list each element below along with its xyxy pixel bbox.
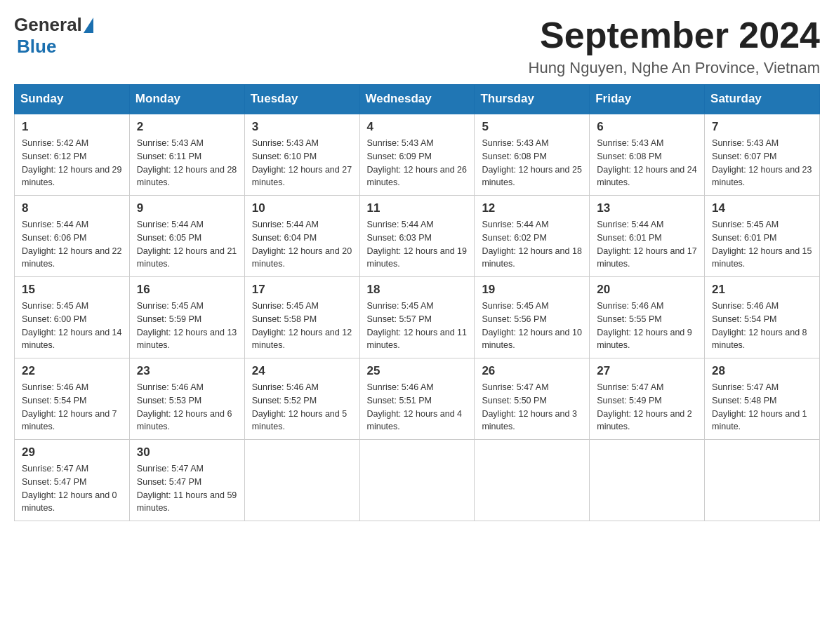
- day-number: 2: [137, 120, 237, 134]
- day-header-sunday: Sunday: [15, 85, 130, 114]
- day-number: 25: [367, 364, 468, 378]
- day-number: 21: [712, 283, 812, 297]
- day-number: 13: [597, 201, 697, 215]
- calendar-week-row: 29Sunrise: 5:47 AMSunset: 5:47 PMDayligh…: [15, 440, 820, 521]
- logo-blue-text: Blue: [17, 36, 56, 57]
- calendar-cell: 8Sunrise: 5:44 AMSunset: 6:06 PMDaylight…: [15, 196, 130, 277]
- day-number: 23: [137, 364, 237, 378]
- day-header-tuesday: Tuesday: [244, 85, 359, 114]
- day-info: Sunrise: 5:44 AMSunset: 6:06 PMDaylight:…: [22, 218, 122, 271]
- day-number: 19: [482, 283, 582, 297]
- day-number: 10: [252, 201, 352, 215]
- day-info: Sunrise: 5:45 AMSunset: 6:00 PMDaylight:…: [22, 300, 122, 352]
- day-info: Sunrise: 5:46 AMSunset: 5:54 PMDaylight:…: [22, 381, 122, 434]
- location-title: Hung Nguyen, Nghe An Province, Vietnam: [529, 59, 820, 77]
- day-header-monday: Monday: [129, 85, 244, 114]
- day-info: Sunrise: 5:42 AMSunset: 6:12 PMDaylight:…: [22, 137, 122, 189]
- calendar-week-row: 1Sunrise: 5:42 AMSunset: 6:12 PMDaylight…: [15, 114, 820, 196]
- day-info: Sunrise: 5:46 AMSunset: 5:52 PMDaylight:…: [252, 381, 352, 434]
- calendar-cell: 1Sunrise: 5:42 AMSunset: 6:12 PMDaylight…: [15, 114, 130, 196]
- day-info: Sunrise: 5:43 AMSunset: 6:10 PMDaylight:…: [252, 137, 352, 189]
- day-number: 16: [137, 283, 237, 297]
- calendar-cell: 20Sunrise: 5:46 AMSunset: 5:55 PMDayligh…: [590, 277, 705, 358]
- day-info: Sunrise: 5:43 AMSunset: 6:09 PMDaylight:…: [367, 137, 468, 189]
- day-info: Sunrise: 5:47 AMSunset: 5:47 PMDaylight:…: [22, 462, 122, 515]
- day-number: 7: [712, 120, 812, 134]
- logo-general-text: General: [14, 14, 82, 36]
- calendar-header-row: SundayMondayTuesdayWednesdayThursdayFrid…: [15, 85, 820, 114]
- calendar-cell: 29Sunrise: 5:47 AMSunset: 5:47 PMDayligh…: [15, 440, 130, 521]
- day-number: 20: [597, 283, 697, 297]
- day-info: Sunrise: 5:46 AMSunset: 5:54 PMDaylight:…: [712, 300, 812, 352]
- calendar-cell: 3Sunrise: 5:43 AMSunset: 6:10 PMDaylight…: [244, 114, 359, 196]
- day-number: 24: [252, 364, 352, 378]
- calendar-cell: 16Sunrise: 5:45 AMSunset: 5:59 PMDayligh…: [129, 277, 244, 358]
- calendar-cell: 6Sunrise: 5:43 AMSunset: 6:08 PMDaylight…: [590, 114, 705, 196]
- header: General Blue September 2024 Hung Nguyen,…: [14, 14, 820, 77]
- day-header-saturday: Saturday: [705, 85, 820, 114]
- calendar-cell: 13Sunrise: 5:44 AMSunset: 6:01 PMDayligh…: [590, 196, 705, 277]
- day-info: Sunrise: 5:47 AMSunset: 5:47 PMDaylight:…: [137, 462, 237, 515]
- day-info: Sunrise: 5:46 AMSunset: 5:51 PMDaylight:…: [367, 381, 468, 434]
- calendar-week-row: 8Sunrise: 5:44 AMSunset: 6:06 PMDaylight…: [15, 196, 820, 277]
- day-info: Sunrise: 5:43 AMSunset: 6:11 PMDaylight:…: [137, 137, 237, 189]
- day-number: 30: [137, 445, 237, 459]
- day-number: 28: [712, 364, 812, 378]
- calendar-cell: 5Sunrise: 5:43 AMSunset: 6:08 PMDaylight…: [475, 114, 590, 196]
- day-info: Sunrise: 5:45 AMSunset: 5:59 PMDaylight:…: [137, 300, 237, 352]
- calendar-cell: [475, 440, 590, 521]
- title-area: September 2024 Hung Nguyen, Nghe An Prov…: [529, 14, 820, 77]
- day-number: 15: [22, 283, 122, 297]
- day-info: Sunrise: 5:47 AMSunset: 5:50 PMDaylight:…: [482, 381, 582, 434]
- calendar-cell: 14Sunrise: 5:45 AMSunset: 6:01 PMDayligh…: [705, 196, 820, 277]
- day-number: 14: [712, 201, 812, 215]
- day-number: 29: [22, 445, 122, 459]
- day-number: 22: [22, 364, 122, 378]
- calendar-cell: 18Sunrise: 5:45 AMSunset: 5:57 PMDayligh…: [359, 277, 475, 358]
- day-number: 17: [252, 283, 352, 297]
- calendar-cell: [359, 440, 475, 521]
- calendar-cell: [244, 440, 359, 521]
- day-info: Sunrise: 5:44 AMSunset: 6:05 PMDaylight:…: [137, 218, 237, 271]
- calendar-cell: [590, 440, 705, 521]
- day-info: Sunrise: 5:44 AMSunset: 6:02 PMDaylight:…: [482, 218, 582, 271]
- calendar-cell: [705, 440, 820, 521]
- day-info: Sunrise: 5:43 AMSunset: 6:08 PMDaylight:…: [482, 137, 582, 189]
- day-info: Sunrise: 5:43 AMSunset: 6:07 PMDaylight:…: [712, 137, 812, 189]
- day-info: Sunrise: 5:45 AMSunset: 5:57 PMDaylight:…: [367, 300, 468, 352]
- day-info: Sunrise: 5:44 AMSunset: 6:01 PMDaylight:…: [597, 218, 697, 271]
- calendar-cell: 22Sunrise: 5:46 AMSunset: 5:54 PMDayligh…: [15, 358, 130, 440]
- calendar-cell: 21Sunrise: 5:46 AMSunset: 5:54 PMDayligh…: [705, 277, 820, 358]
- day-header-friday: Friday: [590, 85, 705, 114]
- calendar-cell: 17Sunrise: 5:45 AMSunset: 5:58 PMDayligh…: [244, 277, 359, 358]
- logo-triangle-icon: [84, 18, 93, 33]
- day-info: Sunrise: 5:44 AMSunset: 6:04 PMDaylight:…: [252, 218, 352, 271]
- calendar-cell: 26Sunrise: 5:47 AMSunset: 5:50 PMDayligh…: [475, 358, 590, 440]
- calendar-cell: 4Sunrise: 5:43 AMSunset: 6:09 PMDaylight…: [359, 114, 475, 196]
- day-info: Sunrise: 5:45 AMSunset: 6:01 PMDaylight:…: [712, 218, 812, 271]
- day-number: 11: [367, 201, 468, 215]
- calendar-cell: 19Sunrise: 5:45 AMSunset: 5:56 PMDayligh…: [475, 277, 590, 358]
- day-number: 8: [22, 201, 122, 215]
- calendar-cell: 11Sunrise: 5:44 AMSunset: 6:03 PMDayligh…: [359, 196, 475, 277]
- calendar-cell: 15Sunrise: 5:45 AMSunset: 6:00 PMDayligh…: [15, 277, 130, 358]
- day-info: Sunrise: 5:47 AMSunset: 5:49 PMDaylight:…: [597, 381, 697, 434]
- calendar-cell: 25Sunrise: 5:46 AMSunset: 5:51 PMDayligh…: [359, 358, 475, 440]
- calendar-week-row: 22Sunrise: 5:46 AMSunset: 5:54 PMDayligh…: [15, 358, 820, 440]
- day-info: Sunrise: 5:43 AMSunset: 6:08 PMDaylight:…: [597, 137, 697, 189]
- day-number: 5: [482, 120, 582, 134]
- calendar-cell: 2Sunrise: 5:43 AMSunset: 6:11 PMDaylight…: [129, 114, 244, 196]
- calendar-cell: 12Sunrise: 5:44 AMSunset: 6:02 PMDayligh…: [475, 196, 590, 277]
- calendar-cell: 10Sunrise: 5:44 AMSunset: 6:04 PMDayligh…: [244, 196, 359, 277]
- month-title: September 2024: [529, 14, 820, 56]
- day-number: 3: [252, 120, 352, 134]
- day-number: 6: [597, 120, 697, 134]
- day-info: Sunrise: 5:45 AMSunset: 5:56 PMDaylight:…: [482, 300, 582, 352]
- calendar-cell: 28Sunrise: 5:47 AMSunset: 5:48 PMDayligh…: [705, 358, 820, 440]
- day-number: 18: [367, 283, 468, 297]
- day-number: 9: [137, 201, 237, 215]
- day-info: Sunrise: 5:47 AMSunset: 5:48 PMDaylight:…: [712, 381, 812, 434]
- calendar-cell: 9Sunrise: 5:44 AMSunset: 6:05 PMDaylight…: [129, 196, 244, 277]
- day-info: Sunrise: 5:44 AMSunset: 6:03 PMDaylight:…: [367, 218, 468, 271]
- logo: General Blue: [14, 14, 93, 58]
